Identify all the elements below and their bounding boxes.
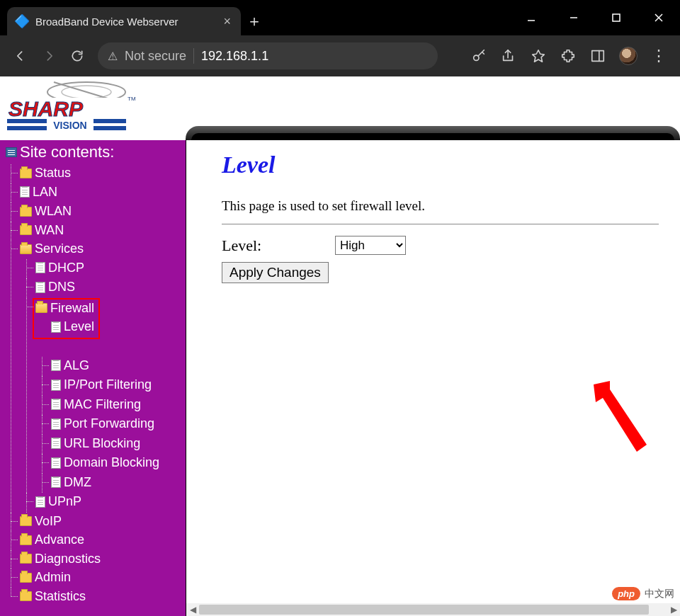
- browser-toolbar: ⚠ Not secure 192.168.1.1 ⋮: [0, 35, 680, 76]
- key-icon[interactable]: [470, 47, 487, 64]
- svg-marker-6: [533, 50, 545, 62]
- apply-changes-button[interactable]: Apply Changes: [222, 262, 329, 283]
- page-icon: [51, 438, 61, 449]
- sidebar-item-domblock[interactable]: Domain Blocking: [51, 454, 159, 472]
- horizontal-scrollbar[interactable]: ◀ ▶: [186, 603, 680, 616]
- svg-text:VISION: VISION: [53, 120, 86, 131]
- folder-icon: [20, 225, 32, 235]
- divider: [222, 224, 659, 224]
- sidebar-item-diagnostics[interactable]: Diagnostics: [20, 550, 101, 568]
- sidebar-item-portfwd[interactable]: Port Forwarding: [51, 415, 154, 433]
- sidebar-item-voip[interactable]: VoIP: [20, 513, 62, 530]
- warning-icon: ⚠: [108, 50, 118, 63]
- favicon-icon: 🔷: [14, 14, 28, 28]
- page-icon: [35, 496, 45, 508]
- folder-icon: [20, 535, 32, 545]
- address-url: 192.168.1.1: [201, 49, 268, 64]
- not-secure-label: Not secure: [125, 49, 186, 64]
- sidebar-item-alg[interactable]: ALG: [51, 357, 89, 375]
- address-bar[interactable]: ⚠ Not secure 192.168.1.1: [98, 42, 438, 69]
- level-select[interactable]: High: [335, 236, 406, 255]
- svg-text:TM: TM: [128, 96, 136, 102]
- svg-rect-7: [592, 51, 604, 62]
- root-icon: [6, 147, 17, 157]
- tab-title: BroadBand Device Webserver: [35, 16, 216, 28]
- sidebar-item-macfilter[interactable]: MAC Filtering: [51, 396, 141, 413]
- sidebar-item-dmz[interactable]: DMZ: [51, 474, 91, 491]
- folder-icon: [20, 591, 32, 601]
- nav-forward-button[interactable]: [37, 44, 61, 68]
- window-minimize-alt-button[interactable]: [552, 0, 595, 35]
- window-maximize-button[interactable]: [595, 0, 638, 35]
- sidebar-title: Site contents:: [6, 143, 181, 161]
- sidebar-item-wlan[interactable]: WLAN: [20, 203, 72, 220]
- watermark: php中文网: [612, 587, 674, 600]
- sidebar-item-admin[interactable]: Admin: [20, 569, 71, 586]
- folder-icon: [20, 207, 32, 217]
- sidebar-item-ipport[interactable]: IP/Port Filtering: [51, 376, 152, 394]
- new-tab-button[interactable]: ＋: [241, 7, 268, 35]
- svg-text:SHARP: SHARP: [8, 97, 84, 120]
- scroll-thumb[interactable]: [199, 605, 649, 615]
- header-strip: SHARP TM VISION: [0, 76, 680, 140]
- scroll-left-icon[interactable]: ◀: [186, 603, 199, 616]
- address-separator: [193, 48, 194, 64]
- window-minimize-button[interactable]: [510, 0, 552, 35]
- highlight-firewall: Firewall Level: [33, 298, 100, 339]
- folder-icon: [20, 516, 32, 526]
- page-icon: [20, 186, 30, 198]
- page-icon: [51, 321, 61, 333]
- page-icon: [35, 282, 45, 293]
- tab-close-icon[interactable]: ×: [223, 15, 231, 28]
- folder-open-icon: [20, 244, 32, 254]
- chrome-menu-icon[interactable]: ⋮: [650, 47, 667, 64]
- folder-icon: [20, 554, 32, 564]
- folder-icon: [20, 169, 32, 178]
- page-icon: [51, 399, 61, 410]
- brand-logo[interactable]: SHARP TM VISION: [0, 76, 139, 139]
- side-panel-icon[interactable]: [589, 47, 606, 64]
- sidebar-item-firewall[interactable]: Firewall: [35, 300, 94, 317]
- sidebar: Site contents: Status LAN WLAN WAN Servi…: [0, 140, 186, 616]
- bookmark-star-icon[interactable]: [530, 47, 547, 64]
- page-heading: Level: [222, 152, 659, 178]
- sidebar-item-status[interactable]: Status: [20, 164, 71, 182]
- main-area: Site contents: Status LAN WLAN WAN Servi…: [0, 140, 680, 616]
- sidebar-item-upnp[interactable]: UPnP: [35, 493, 81, 511]
- sidebar-item-urlblock[interactable]: URL Blocking: [51, 435, 140, 452]
- profile-avatar[interactable]: [619, 47, 638, 65]
- device-bezel: [186, 126, 680, 140]
- sidebar-item-dhcp[interactable]: DHCP: [35, 259, 84, 277]
- sidebar-item-advance[interactable]: Advance: [20, 531, 84, 549]
- folder-open-icon: [35, 303, 47, 313]
- window-titlebar: 🔷 BroadBand Device Webserver × ＋: [0, 0, 680, 35]
- page-description: This page is used to set firewall level.: [222, 198, 659, 214]
- extensions-icon[interactable]: [560, 47, 577, 64]
- sidebar-item-services[interactable]: Services: [20, 240, 84, 258]
- sidebar-item-level[interactable]: Level: [51, 318, 94, 336]
- page-icon: [51, 418, 61, 430]
- share-icon[interactable]: [500, 47, 517, 64]
- page-icon: [51, 360, 61, 371]
- page-icon: [51, 457, 61, 469]
- sidebar-item-dns[interactable]: DNS: [35, 278, 75, 296]
- svg-rect-2: [613, 14, 620, 21]
- sidebar-item-statistics[interactable]: Statistics: [20, 588, 86, 605]
- page-icon: [51, 380, 61, 391]
- page-icon: [51, 477, 61, 488]
- scroll-track[interactable]: [199, 603, 667, 616]
- content-pane: Level This page is used to set firewall …: [186, 140, 680, 616]
- sidebar-item-wan[interactable]: WAN: [20, 222, 64, 239]
- level-label: Level:: [222, 236, 328, 255]
- window-close-button[interactable]: [638, 0, 680, 35]
- page-icon: [35, 262, 45, 273]
- browser-tab[interactable]: 🔷 BroadBand Device Webserver ×: [7, 7, 241, 35]
- window-controls: [510, 0, 680, 35]
- folder-icon: [20, 573, 32, 583]
- nav-back-button[interactable]: [8, 44, 33, 68]
- sidebar-item-lan[interactable]: LAN: [20, 183, 57, 201]
- scroll-right-icon[interactable]: ▶: [667, 603, 680, 616]
- nav-reload-button[interactable]: [65, 44, 89, 68]
